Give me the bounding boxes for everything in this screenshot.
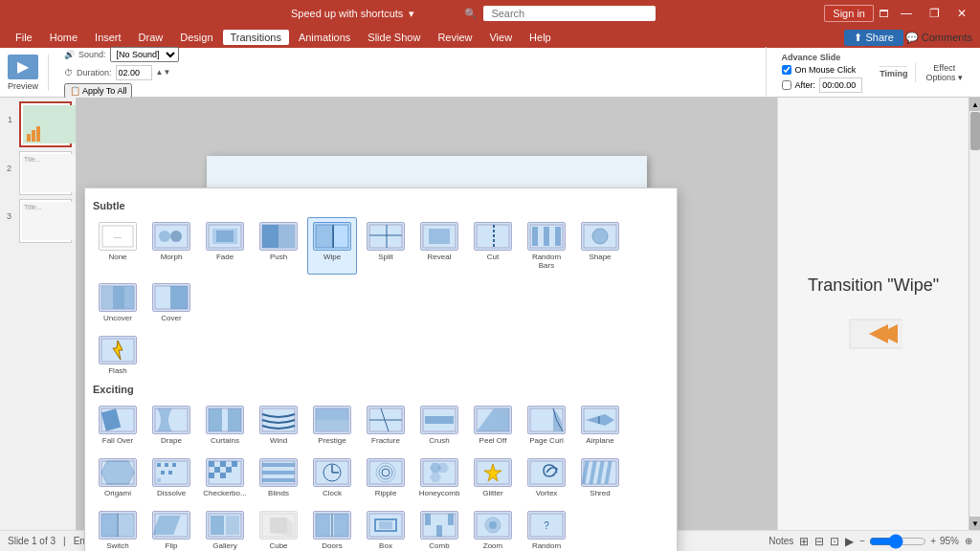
svg-rect-58 [161,471,165,474]
transition-wind[interactable]: Wind [254,401,303,450]
after-input[interactable] [819,77,862,93]
transition-comb[interactable]: Comb [414,506,464,551]
scroll-thumb[interactable] [970,112,980,150]
transition-wipe-label: Wipe [323,253,341,261]
transition-cover-icon [152,283,190,312]
transition-random[interactable]: ? Random [522,506,571,551]
menu-slideshow[interactable]: Slide Show [360,30,428,45]
view-slide-sorter-icon[interactable]: ⊟ [814,535,824,548]
transition-fall-over[interactable]: Fall Over [93,401,143,450]
transition-cube-label: Cube [269,541,287,550]
transition-origami[interactable]: Origami [93,453,143,502]
transition-zoom[interactable]: Zoom [468,506,518,551]
menu-file[interactable]: File [8,30,40,45]
transition-morph[interactable]: Morph [146,217,196,275]
menu-transitions[interactable]: Transitions [223,30,289,45]
sound-select[interactable]: [No Sound] [110,47,179,62]
slide-thumb-2[interactable]: 2 Ttle... [19,151,72,195]
zoom-slider[interactable] [869,537,926,546]
transition-fracture[interactable]: Fracture [361,401,411,450]
fit-page-icon[interactable]: ⊕ [965,536,972,546]
preview-button[interactable]: ▶ Preview [8,55,49,91]
duration-spinner-icon[interactable]: ▲▼ [156,68,171,77]
slide-thumb-3[interactable]: 3 Title... [19,199,72,243]
transition-random-bars-label: Random Bars [524,253,568,270]
transition-curtains[interactable]: Curtains [200,401,250,450]
transition-cut[interactable]: Cut [468,217,518,275]
transition-box[interactable]: Box [361,506,411,551]
transition-blinds[interactable]: Blinds [254,453,303,502]
sound-label: 🔊 [64,50,75,59]
transition-ripple[interactable]: Ripple [361,453,411,502]
apply-icon: 📋 [70,86,80,96]
zoom-out-button[interactable]: − [859,536,865,546]
close-button[interactable]: ✕ [951,5,972,22]
notes-button[interactable]: Notes [768,536,793,546]
duration-input[interactable] [116,65,152,80]
transition-flip[interactable]: Flip [146,506,196,551]
transition-fade[interactable]: Fade [200,217,250,275]
transition-crush[interactable]: Crush [414,401,464,450]
comments-button[interactable]: 💬 Comments [905,32,972,44]
transition-morph-label: Morph [161,253,183,261]
menu-design[interactable]: Design [172,30,220,45]
menu-draw[interactable]: Draw [131,30,171,45]
transition-none[interactable]: — None [93,217,143,275]
menu-help[interactable]: Help [522,30,559,45]
transition-random-bars[interactable]: Random Bars [522,217,571,275]
share-button[interactable]: ⬆ Share [844,30,902,46]
transition-doors[interactable]: Doors [307,506,357,551]
transition-glitter[interactable]: Glitter [468,453,518,502]
svg-rect-24 [555,227,561,246]
transition-split[interactable]: Split [361,217,411,275]
menu-view[interactable]: View [481,30,520,45]
view-reading-icon[interactable]: ⊡ [830,535,839,548]
maximize-button[interactable]: ❐ [924,5,946,22]
apply-to-all-button[interactable]: 📋 Apply To All [64,83,132,99]
transition-uncover-label: Uncover [103,314,132,322]
transition-shred[interactable]: Shred [575,453,625,502]
view-slideshow-icon[interactable]: ▶ [845,535,854,548]
transition-peel-off[interactable]: Peel Off [468,401,518,450]
right-scrollbar[interactable]: ▲ ▼ [969,98,980,530]
title-dropdown-icon[interactable]: ▾ [409,8,414,20]
menu-review[interactable]: Review [430,30,479,45]
transition-dissolve[interactable]: Dissolve [146,453,196,502]
scroll-up-arrow[interactable]: ▲ [969,98,980,111]
slide-thumb-1[interactable]: 1 [19,101,72,147]
window-icon-1: 🗖 [880,9,889,19]
transition-drape[interactable]: Drape [146,401,196,450]
transition-wipe[interactable]: Wipe [307,217,357,275]
minimize-button[interactable]: — [895,5,918,22]
menu-insert[interactable]: Insert [87,30,129,45]
search-input[interactable] [483,6,656,21]
view-normal-icon[interactable]: ⊞ [799,535,809,548]
transition-reveal[interactable]: Reveal [414,217,464,275]
scroll-down-arrow[interactable]: ▼ [969,517,980,530]
svg-rect-70 [262,463,295,467]
transition-prestige[interactable]: Prestige [307,401,357,450]
transition-page-curl[interactable]: Page Curl [522,401,571,450]
transition-push[interactable]: Push [254,217,303,275]
transition-honeycomb[interactable]: Honeycomb [414,453,464,502]
transition-origami-icon [99,458,137,487]
zoom-in-button[interactable]: + [930,536,936,546]
transition-cube[interactable]: Cube [254,506,303,551]
transition-uncover[interactable]: Uncover [93,278,143,327]
after-checkbox[interactable] [782,80,791,90]
transition-vortex[interactable]: Vortex [522,453,571,502]
menu-animations[interactable]: Animations [291,30,358,45]
transition-clock[interactable]: Clock [307,453,357,502]
transition-checkerboard-label: Checkerbo... [203,489,246,497]
menu-home[interactable]: Home [42,30,85,45]
transition-shape[interactable]: Shape [575,217,625,275]
transition-gallery[interactable]: Gallery [200,506,250,551]
clock-icon: ⏱ [64,68,73,77]
transition-switch[interactable]: Switch [93,506,143,551]
transition-flash[interactable]: Flash [93,331,143,380]
sign-in-button[interactable]: Sign in [824,5,874,22]
transition-cover[interactable]: Cover [146,278,196,327]
transition-checkerboard[interactable]: Checkerbo... [200,453,250,502]
on-mouse-click-checkbox[interactable] [782,65,791,75]
transition-airplane[interactable]: Airplane [575,401,625,450]
